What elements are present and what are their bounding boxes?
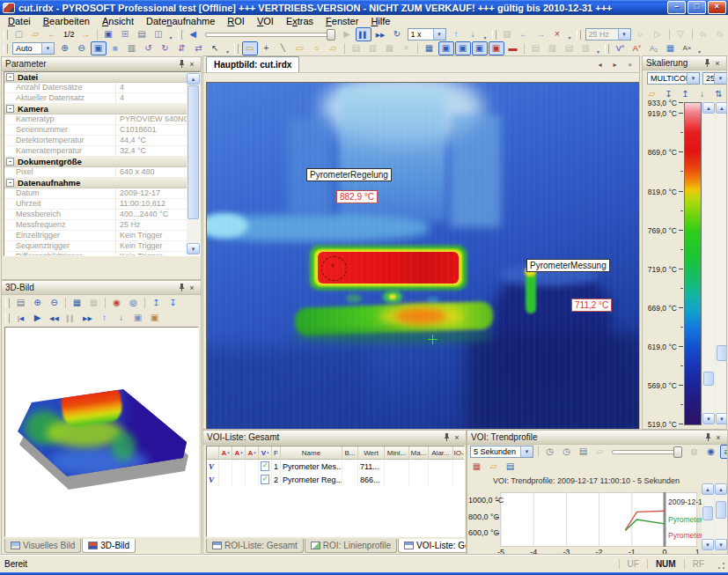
column-header-Alar...[interactable]: Alar... [429, 446, 453, 460]
parameter-group-datenaufnahme[interactable]: -Datenaufnahme [4, 178, 200, 188]
rotate-left-button[interactable]: ↺ [141, 41, 157, 55]
raise-surface-button[interactable]: ↥ [149, 296, 165, 310]
trend-export-button[interactable]: ▤ [576, 445, 592, 459]
toolbar-overflow-chevron[interactable]: ▾ [695, 42, 703, 55]
frame-down-button[interactable]: ↓ [465, 27, 481, 41]
collapse-icon[interactable]: - [6, 158, 14, 166]
group-3-button[interactable]: ▤ [562, 41, 577, 55]
delete-roi-button[interactable]: × [399, 41, 415, 55]
trend-live-button[interactable]: ⇄ [720, 445, 728, 459]
close-button[interactable]: × [708, 1, 726, 14]
trend-pause-button[interactable]: ◍ [687, 445, 702, 459]
toolbar-overflow-chevron[interactable]: ▾ [167, 28, 175, 41]
draw-ellipse-button[interactable]: ○ [309, 41, 325, 55]
p3d-rewind-button[interactable]: ◀◀ [47, 311, 63, 325]
play-button[interactable]: ▶ [339, 27, 355, 41]
rotate-right-button[interactable]: ↻ [158, 41, 173, 55]
scroll-thumb[interactable] [188, 85, 199, 219]
new-document-button[interactable]: ▢ [11, 27, 27, 41]
voi-table[interactable]: A▪A▪A▪V▪FNameB...WertMini...Ma...Alar...… [206, 446, 465, 537]
trend-scrollbar-2[interactable]: ▲▼ [715, 483, 727, 550]
collapse-icon[interactable]: - [6, 179, 14, 187]
resize-grip[interactable] [714, 558, 726, 571]
zero-cal-1-button[interactable]: 0₀ [695, 27, 711, 41]
area-tool-button[interactable]: A₂ [646, 41, 662, 55]
fit-window-button[interactable]: ▣ [91, 41, 107, 55]
menu-datenaufnahme[interactable]: Datenaufnahme [140, 16, 221, 26]
tab-scroll-right-button[interactable]: ▸ [608, 58, 621, 71]
trend-range-select[interactable]: 5 Sekunden▼ [470, 446, 533, 458]
link-windows-button[interactable]: ▨ [499, 27, 515, 41]
tab-roi-liste-gesamt[interactable]: ROI-Liste: Gesamt [206, 539, 304, 553]
p3d-zoom-out-button[interactable]: ⊖ [47, 296, 63, 310]
scroll-thumb[interactable] [703, 372, 714, 386]
p3d-up-button[interactable]: ↑ [97, 311, 113, 325]
column-header-Ma...[interactable]: Ma... [409, 446, 429, 460]
toolbar-overflow-chevron[interactable]: ▾ [482, 28, 489, 41]
visibility-checkbox[interactable]: ✓ [261, 475, 269, 484]
parameter-scrollbar[interactable]: ▲▼ [187, 73, 200, 254]
menu-roi[interactable]: ROI [221, 16, 251, 26]
thermal-image[interactable]: + PyrometerRegelung 882,9 °C PyrometerMe… [206, 82, 640, 430]
roi-edit-1-button[interactable]: ▣ [438, 41, 454, 55]
toolbar-gripper[interactable] [492, 30, 496, 40]
group-1-button[interactable]: ▤ [528, 41, 544, 55]
roi-add-button[interactable]: ▬ [505, 41, 521, 55]
pin-icon[interactable] [702, 432, 713, 442]
copy-button[interactable]: ⊞ [117, 27, 133, 41]
draw-polygon-button[interactable]: ▱ [326, 41, 342, 55]
trend-print-button[interactable]: ▱ [592, 445, 608, 459]
menu-voi[interactable]: VOI [251, 16, 280, 26]
frame-up-button[interactable]: ↑ [448, 27, 464, 41]
pause-button[interactable]: ▌▌ [356, 27, 371, 41]
roi-select-button[interactable]: ▭ [242, 41, 258, 55]
reset-view-button[interactable]: ◉ [109, 296, 125, 310]
scroll-thumb[interactable] [717, 345, 727, 361]
save-button[interactable]: ▣ [100, 27, 116, 41]
menu-extras[interactable]: Extras [280, 16, 320, 26]
snapshot-visual-button[interactable]: ▣ [130, 311, 146, 325]
toolbar-gripper[interactable] [605, 44, 609, 54]
speaker-button[interactable]: ◀ [185, 27, 201, 41]
column-header-B...[interactable]: B... [342, 446, 358, 460]
grid-fine-button[interactable]: ▦ [70, 296, 85, 310]
scroll-up-icon[interactable]: ▲ [716, 102, 727, 114]
trend-settings-button[interactable]: ◷ [542, 445, 558, 459]
parameter-panel-titlebar[interactable]: Parameter × [2, 57, 201, 71]
next-dataset-button[interactable]: → [77, 27, 93, 41]
trend-copy-button[interactable]: ▤ [503, 460, 518, 474]
draw-line-button[interactable]: ╲ [276, 41, 291, 55]
pin-icon[interactable] [441, 432, 452, 442]
prev-dataset-button[interactable]: ← [45, 27, 61, 41]
collapse-icon[interactable]: - [6, 105, 14, 113]
scroll-down-icon[interactable]: ▼ [716, 413, 727, 424]
trend-scrollbar-1[interactable]: ▲▼ [702, 483, 714, 550]
trigger-button[interactable]: ▽ [673, 27, 688, 41]
parameter-group-datei[interactable]: -Datei [4, 72, 200, 83]
p3d-play-button[interactable]: ▶ [30, 311, 46, 325]
scroll-up-icon[interactable]: ▲ [702, 483, 714, 495]
toolbar-overflow-chevron[interactable]: ▾ [594, 42, 602, 55]
delete-alarm-button[interactable]: A× [680, 41, 695, 55]
toolbar-gripper[interactable] [577, 30, 581, 40]
column-header-Wert[interactable]: Wert [358, 446, 385, 460]
zoom-out-button[interactable]: ⊖ [74, 41, 90, 55]
history-back-button[interactable]: ← [516, 27, 532, 41]
column-header-Name[interactable]: Name [281, 446, 342, 460]
group-2-button[interactable]: ▥ [545, 41, 561, 55]
tab-close-button[interactable]: × [623, 58, 636, 71]
scroll-up-icon[interactable]: ▲ [702, 102, 715, 114]
print-preview-button[interactable]: ◫ [151, 27, 166, 41]
roi-edit-2-button[interactable]: ▣ [455, 41, 471, 55]
roi-label-messung[interactable]: PyrometerMessung [526, 259, 610, 272]
scroll-thumb[interactable] [702, 506, 713, 520]
close-icon[interactable]: × [452, 432, 462, 442]
trend-table-button[interactable]: ▦ [469, 460, 485, 474]
parameter-table[interactable]: -DateiAnzahl Datensätze4Aktueller Datens… [4, 71, 201, 256]
grid-button[interactable]: ▥ [124, 41, 140, 55]
title-bar[interactable]: cut.irdx - PYROSOFT Professional test [O… [0, 0, 728, 15]
group-4-button[interactable]: ▥ [578, 41, 594, 55]
p3d-down-button[interactable]: ↓ [114, 311, 129, 325]
alarm-a-doc-icon[interactable]: A▪ [232, 446, 246, 460]
draw-rectangle-button[interactable]: ▭ [292, 41, 308, 55]
